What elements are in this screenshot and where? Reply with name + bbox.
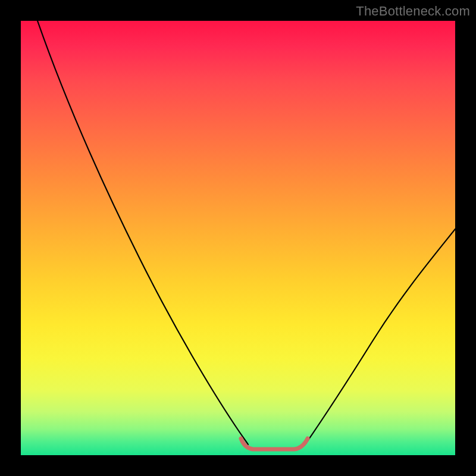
curve-layer [21,21,455,455]
plot-area [21,21,455,455]
right-curve [305,229,455,444]
chart-frame: TheBottleneck.com [0,0,476,476]
floor-marker [241,439,308,449]
left-curve [37,21,248,444]
watermark-text: TheBottleneck.com [356,4,470,19]
